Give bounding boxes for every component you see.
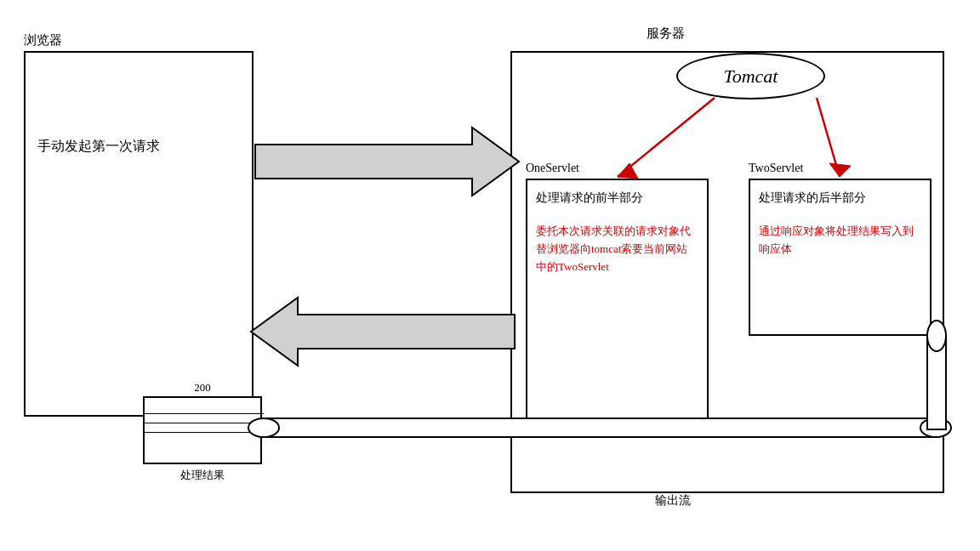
browser-box: 手动发起第一次请求 [24,51,254,417]
tomcat-label: Tomcat [724,65,778,88]
left-arrow [251,298,515,366]
browser-action-label: 手动发起第一次请求 [37,138,160,156]
twoservlet-box: 处理请求的后半部分 通过响应对象将处理结果写入到响应体 [749,179,932,336]
result-label: 处理结果 [143,468,262,483]
output-stream-label: 输出流 [655,493,691,508]
oneservlet-box: 处理请求的前半部分 委托本次请求关联的请求对象代替浏览器向tomcat索要当前网… [526,179,709,434]
right-arrow [255,128,519,196]
twoservlet-top-text: 处理请求的后半部分 [759,189,866,207]
result-stack-inner [143,396,262,464]
tomcat-ellipse: Tomcat [676,53,825,99]
result-stack: 200 处理结果 [143,381,262,466]
browser-title-label: 浏览器 [24,32,62,48]
twoservlet-label: TwoServlet [749,162,803,175]
oneservlet-label: OneServlet [526,162,579,175]
oneservlet-body-text: 委托本次请求关联的请求对象代替浏览器向tomcat索要当前网站中的TwoServ… [536,223,698,276]
twoservlet-body-text: 通过响应对象将处理结果写入到响应体 [759,223,920,258]
server-title-label: 服务器 [647,26,685,42]
result-number: 200 [143,381,262,395]
oneservlet-top-text: 处理请求的前半部分 [536,189,643,207]
